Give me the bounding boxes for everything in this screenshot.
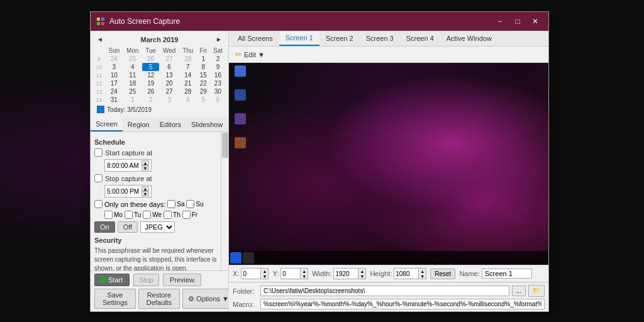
- start-time-down[interactable]: ▼: [142, 165, 149, 170]
- stop-time-down[interactable]: ▼: [142, 191, 149, 196]
- cal-day[interactable]: 20: [159, 79, 179, 87]
- start-time-input[interactable]: 8:00:00 AM ▲ ▼: [104, 159, 152, 172]
- on-button[interactable]: On: [94, 221, 115, 233]
- stop-time-up[interactable]: ▲: [142, 186, 149, 191]
- cal-day[interactable]: 25: [123, 87, 142, 96]
- cal-day[interactable]: 2: [210, 55, 226, 63]
- left-scrollbar[interactable]: [221, 132, 228, 270]
- maximize-button[interactable]: □: [509, 15, 526, 28]
- only-days-checkbox[interactable]: [94, 200, 103, 208]
- close-button[interactable]: ✕: [527, 15, 543, 28]
- cal-day[interactable]: 23: [210, 79, 226, 87]
- off-button[interactable]: Off: [118, 221, 138, 233]
- cal-day[interactable]: 30: [210, 87, 226, 96]
- cal-day[interactable]: 11: [123, 71, 142, 79]
- tab-all-screens[interactable]: All Screens: [231, 31, 279, 45]
- y-spinbox[interactable]: ▲ ▼: [280, 268, 308, 279]
- tab-slideshow[interactable]: Slideshow: [186, 118, 228, 131]
- name-input[interactable]: [482, 269, 532, 279]
- day-fr-checkbox[interactable]: [182, 211, 191, 219]
- cal-day[interactable]: 1: [197, 55, 210, 63]
- cal-day[interactable]: 25: [123, 55, 142, 63]
- day-mo-checkbox[interactable]: [104, 211, 113, 219]
- height-up[interactable]: ▲: [418, 269, 426, 274]
- cal-day-today[interactable]: 5: [142, 63, 159, 71]
- cal-day[interactable]: 17: [105, 79, 123, 87]
- tab-active-window[interactable]: Active Window: [440, 31, 498, 45]
- cal-day[interactable]: 4: [179, 96, 197, 104]
- cal-day[interactable]: 7: [179, 63, 197, 71]
- width-spinbox[interactable]: ▲ ▼: [333, 268, 366, 279]
- x-down[interactable]: ▼: [260, 274, 268, 279]
- y-input[interactable]: [281, 270, 300, 278]
- width-down[interactable]: ▼: [358, 274, 365, 279]
- save-settings-button[interactable]: Save Settings: [94, 289, 136, 309]
- cal-day[interactable]: 29: [197, 87, 210, 96]
- cal-day[interactable]: 4: [123, 63, 142, 71]
- reset-button[interactable]: Reset: [430, 269, 455, 279]
- cal-day[interactable]: 22: [197, 79, 210, 87]
- tab-screen[interactable]: Screen: [91, 118, 123, 131]
- day-su-checkbox[interactable]: [186, 200, 194, 208]
- tab-screen3[interactable]: Screen 3: [360, 31, 400, 45]
- stop-button[interactable]: Stop: [133, 274, 159, 286]
- cal-day[interactable]: 31: [105, 96, 123, 104]
- cal-day[interactable]: 16: [210, 71, 226, 79]
- start-button[interactable]: Start: [94, 274, 130, 286]
- x-spinbox[interactable]: ▲ ▼: [241, 268, 269, 279]
- y-up[interactable]: ▲: [300, 269, 308, 274]
- cal-day[interactable]: 13: [159, 71, 179, 79]
- height-spinbox[interactable]: ▲ ▼: [394, 268, 426, 279]
- cal-day[interactable]: 8: [197, 63, 210, 71]
- options-button[interactable]: ⚙ Options ▼: [182, 289, 235, 309]
- stop-time-input[interactable]: 5:00:00 PM ▲ ▼: [104, 185, 152, 197]
- tab-screen1[interactable]: Screen 1: [279, 31, 319, 46]
- cal-day[interactable]: 14: [179, 71, 197, 79]
- cal-day[interactable]: 6: [159, 63, 179, 71]
- height-input[interactable]: [394, 270, 418, 278]
- browse-button[interactable]: ...: [512, 286, 526, 296]
- calendar-prev-button[interactable]: ◄: [96, 35, 104, 44]
- y-down[interactable]: ▼: [300, 274, 308, 279]
- folder-input[interactable]: [260, 286, 509, 296]
- tab-screen4[interactable]: Screen 4: [400, 31, 440, 45]
- cal-day[interactable]: 1: [123, 96, 142, 104]
- day-tu-checkbox[interactable]: [125, 211, 133, 219]
- edit-button[interactable]: ✏ Edit ▼: [233, 48, 267, 60]
- cal-day[interactable]: 3: [159, 96, 179, 104]
- cal-day[interactable]: 12: [142, 71, 159, 79]
- cal-day[interactable]: 10: [105, 71, 123, 79]
- start-time-up[interactable]: ▲: [142, 160, 149, 165]
- tab-editors[interactable]: Editors: [155, 118, 186, 131]
- cal-day[interactable]: 21: [179, 79, 197, 87]
- format-select[interactable]: JPEG PNG BMP: [140, 221, 175, 233]
- cal-day[interactable]: 15: [197, 71, 210, 79]
- cal-day[interactable]: 26: [142, 87, 159, 96]
- x-input[interactable]: [242, 270, 260, 278]
- stop-capture-checkbox[interactable]: [94, 174, 103, 182]
- cal-day[interactable]: 26: [142, 55, 159, 63]
- day-we-checkbox[interactable]: [143, 211, 151, 219]
- tab-screen2[interactable]: Screen 2: [319, 31, 360, 45]
- open-folder-button[interactable]: 📁: [528, 285, 545, 297]
- cal-day[interactable]: 24: [105, 55, 123, 63]
- width-input[interactable]: [334, 270, 358, 278]
- tab-region[interactable]: Region: [123, 118, 155, 131]
- cal-day[interactable]: 19: [142, 79, 159, 87]
- x-up[interactable]: ▲: [260, 269, 268, 274]
- cal-day[interactable]: 3: [105, 63, 123, 71]
- minimize-button[interactable]: −: [492, 15, 508, 28]
- cal-day[interactable]: 27: [159, 55, 179, 63]
- cal-day[interactable]: 28: [179, 55, 197, 63]
- width-up[interactable]: ▲: [358, 269, 365, 274]
- start-capture-checkbox[interactable]: [94, 148, 103, 157]
- preview-button[interactable]: Preview: [163, 274, 201, 286]
- height-down[interactable]: ▼: [418, 274, 426, 279]
- restore-defaults-button[interactable]: Restore Defaults: [138, 289, 180, 309]
- cal-day[interactable]: 28: [179, 87, 197, 96]
- day-th-checkbox[interactable]: [164, 211, 172, 219]
- cal-day[interactable]: 9: [210, 63, 226, 71]
- calendar-next-button[interactable]: ►: [214, 35, 223, 44]
- cal-day[interactable]: 18: [123, 79, 142, 87]
- cal-day[interactable]: 24: [105, 87, 123, 96]
